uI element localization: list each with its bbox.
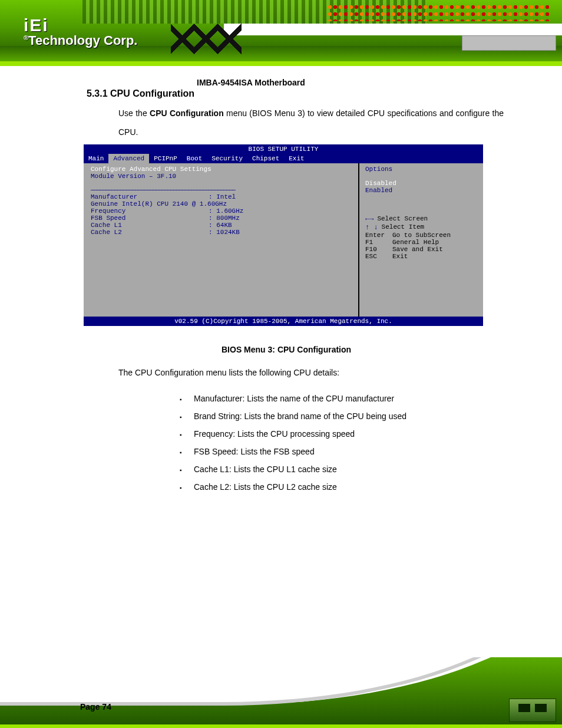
bios-tab-advanced[interactable]: Advanced [108,154,149,163]
bios-status-bar: v02.59 (C)Copyright 1985-2005, American … [84,317,483,326]
bios-figure-caption: BIOS Menu 3: CPU Configuration [222,345,351,354]
intro-paragraph: Use the CPU Configuration menu (BIOS Men… [118,104,504,141]
chip-decoration [509,699,556,722]
bios-tab-boot[interactable]: Boot [182,154,207,163]
document-title: IMBA-9454ISA Motherboard [197,78,305,87]
list-item: Manufacturer: Lists the name of the CPU … [180,394,406,403]
details-intro: The CPU Configuration menu lists the fol… [118,368,339,377]
bios-tab-main[interactable]: Main [84,154,108,163]
up-down-arrow-icon: ↑ ↓ [365,223,378,232]
logo-text: iEi [24,15,49,35]
cpu-details-list: Manufacturer: Lists the name of the CPU … [180,394,406,500]
bios-tab-chipset[interactable]: Chipset [247,154,284,163]
bios-tab-security[interactable]: Security [207,154,247,163]
footer-banner [0,657,562,728]
bios-tab-exit[interactable]: Exit [284,154,309,163]
brand-logo: iEi ®Technology Corp. [24,17,159,51]
list-item: Brand String: Lists the brand name of th… [180,411,406,421]
list-item: FSB Speed: Lists the FSB speed [180,447,406,456]
list-item: Cache L2: Lists the CPU L2 cache size [180,482,406,492]
bios-screenshot: BIOS SETUP UTILITY Main Advanced PCIPnP … [84,144,483,326]
header-banner: iEi ®Technology Corp. [0,0,562,66]
bios-title: BIOS SETUP UTILITY [84,144,483,154]
bios-help-pane: Options Disabled Enabled ←→Select Screen… [359,163,483,317]
page-number: Page 74 [80,702,111,711]
left-right-arrow-icon: ←→ [365,215,373,223]
bios-main-pane: Configure Advanced CPU Settings Module V… [84,163,359,317]
bios-tab-pcipnp[interactable]: PCIPnP [149,154,182,163]
section-heading: 5.3.1 CPU Configuration [87,88,194,99]
bios-tab-bar: Main Advanced PCIPnP Boot Security Chips… [84,154,483,163]
list-item: Frequency: Lists the CPU processing spee… [180,429,406,439]
list-item: Cache L1: Lists the CPU L1 cache size [180,465,406,474]
